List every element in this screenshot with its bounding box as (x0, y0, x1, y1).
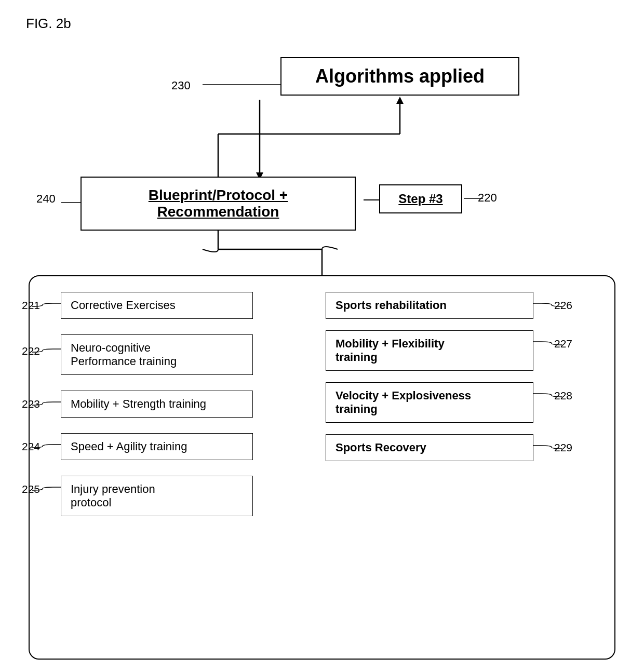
injury-prevention-box: Injury preventionprotocol (61, 476, 253, 516)
sports-rehab-box: Sports rehabilitation (326, 292, 533, 319)
velocity-explosiveness-box: Velocity + Explosivenesstraining (326, 382, 533, 423)
sports-recovery-label: Sports Recovery (336, 441, 426, 454)
mobility-strength-label: Mobility + Strength training (71, 397, 206, 410)
sports-rehab-label: Sports rehabilitation (336, 299, 447, 312)
neuro-cognitive-label: Neuro-cognitivePerformance training (71, 341, 177, 368)
outputs-container: 221 Corrective Exercises 222 Neuro-cogni… (29, 275, 615, 660)
list-item: Mobility + Flexibilitytraining 227 (326, 330, 533, 371)
corrective-exercises-label: Corrective Exercises (71, 299, 176, 312)
right-column: Sports rehabilitation 226 Mobility + Fle… (326, 292, 533, 473)
blueprint-label: Blueprint/Protocol + Recommendation (149, 187, 288, 220)
algorithms-box: Algorithms applied (280, 57, 519, 96)
mobility-flexibility-box: Mobility + Flexibilitytraining (326, 330, 533, 371)
mobility-flexibility-label: Mobility + Flexibilitytraining (336, 337, 445, 364)
ref-230: 230 (171, 79, 191, 92)
ref-240: 240 (36, 192, 56, 206)
speed-agility-label: Speed + Agility training (71, 440, 187, 453)
algorithms-label: Algorithms applied (315, 65, 485, 87)
corrective-exercises-box: Corrective Exercises (61, 292, 253, 319)
list-item: Sports Recovery 229 (326, 434, 533, 461)
mobility-strength-box: Mobility + Strength training (61, 391, 253, 418)
figure-label: FIG. 2b (26, 16, 71, 32)
svg-marker-3 (396, 97, 404, 104)
left-column: 221 Corrective Exercises 222 Neuro-cogni… (61, 292, 253, 532)
velocity-explosiveness-label: Velocity + Explosivenesstraining (336, 389, 471, 415)
speed-agility-box: Speed + Agility training (61, 433, 253, 460)
list-item: 225 Injury preventionprotocol (61, 476, 253, 516)
list-item: Sports rehabilitation 226 (326, 292, 533, 319)
injury-prevention-label: Injury preventionprotocol (71, 482, 155, 509)
list-item: 221 Corrective Exercises (61, 292, 253, 319)
list-item: 222 Neuro-cognitivePerformance training (61, 334, 253, 375)
list-item: Velocity + Explosivenesstraining 228 (326, 382, 533, 423)
list-item: 224 Speed + Agility training (61, 433, 253, 460)
step3-box: Step #3 (379, 184, 462, 213)
neuro-cognitive-box: Neuro-cognitivePerformance training (61, 334, 253, 375)
blueprint-box: Blueprint/Protocol + Recommendation (81, 177, 356, 231)
sports-recovery-box: Sports Recovery (326, 434, 533, 461)
ref-220: 220 (478, 191, 497, 205)
list-item: 223 Mobility + Strength training (61, 391, 253, 418)
step3-label: Step #3 (398, 192, 442, 206)
